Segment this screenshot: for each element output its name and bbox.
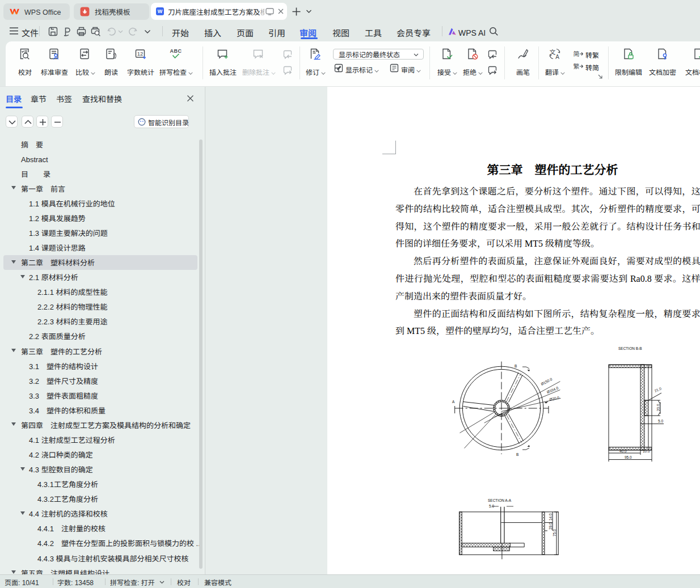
- svg-text:B: B: [515, 364, 517, 368]
- svg-text:75.0: 75.0: [553, 529, 556, 536]
- svg-text:A: A: [555, 54, 559, 60]
- svg-text:SECTION B-B: SECTION B-B: [618, 346, 642, 350]
- svg-text:20.0: 20.0: [656, 404, 660, 411]
- svg-text:简: 简: [574, 49, 580, 58]
- svg-text:Ø150.0: Ø150.0: [540, 377, 553, 386]
- svg-text:5.0: 5.0: [658, 419, 663, 423]
- svg-text:10.0: 10.0: [643, 449, 650, 453]
- svg-text:29.0: 29.0: [549, 522, 553, 530]
- svg-text:40.0: 40.0: [619, 449, 627, 453]
- svg-text:Ø20.0: Ø20.0: [549, 395, 560, 401]
- svg-text:B: B: [516, 452, 518, 456]
- svg-text:A: A: [452, 400, 455, 404]
- svg-text:12: 12: [137, 50, 144, 57]
- svg-text:W: W: [158, 9, 163, 14]
- svg-text:ABC: ABC: [170, 48, 182, 54]
- svg-text:21.0: 21.0: [653, 386, 662, 393]
- svg-text:5.0: 5.0: [489, 504, 494, 508]
- svg-text:繁: 繁: [574, 61, 580, 70]
- svg-text:14.0: 14.0: [549, 513, 553, 521]
- svg-text:SECTION A-A: SECTION A-A: [488, 498, 512, 502]
- svg-text:95.0: 95.0: [625, 455, 632, 459]
